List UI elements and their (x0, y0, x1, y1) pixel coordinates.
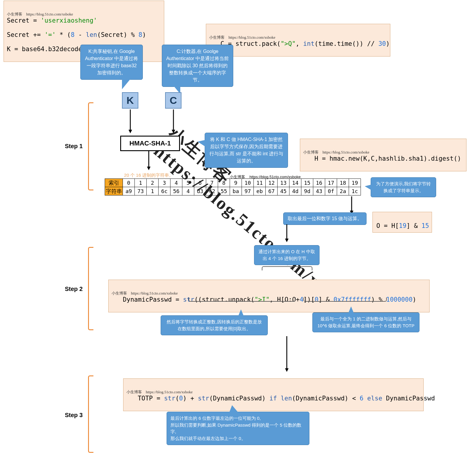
table-idx-cell: 0 (123, 179, 135, 187)
arrow-to-step3 (286, 336, 287, 372)
table-idx-cell: 5 (182, 179, 194, 187)
byte-table-wrap: 小生博客 https://blog.51cto.com/xsboke 索引012… (105, 178, 361, 195)
svg-marker-9 (285, 239, 289, 242)
table-idx-cell: 2 (147, 179, 159, 187)
table-str-cell: 73 (135, 187, 147, 195)
table-idx-cell: 3 (159, 179, 170, 187)
callout-hmac: 将 K 和 C 做 HMAC-SHA-1 加密然后以字节方式保存,因为后期需要进… (205, 133, 288, 168)
code-hmac-block: 小生博客 https://blog.51cto.com/xsboke H = h… (300, 139, 466, 171)
k-box: K (122, 92, 138, 109)
table-str-cell: 6c (159, 187, 170, 195)
callout-mod-tail (348, 306, 354, 314)
table-header-index: 索引 (105, 179, 123, 187)
arrow-c-hmac (173, 109, 174, 133)
table-str-cell: 67 (266, 187, 278, 195)
hmac-box: HMAC-SHA-1 (120, 136, 180, 151)
orange-note: 20 个 16 进制的字符串。 (113, 173, 184, 178)
table-idx-cell: 17 (325, 179, 337, 187)
table-idx-cell: 14 (289, 179, 301, 187)
table-idx-cell: 9 (230, 179, 242, 187)
callout-o-explain: 通过计算出来的 O 在 H 中取出 4 个 16 进制的字节。 (254, 245, 320, 265)
svg-marker-11 (285, 368, 289, 372)
arrow-k-hmac (130, 109, 131, 133)
table-str-cell: 1 (147, 187, 159, 195)
arrow-hmac-table (148, 151, 149, 170)
table-str-cell: 56 (170, 187, 182, 195)
code-totp-block: 小生博客 https://blog.51cto.com/xsboke TOTP … (123, 378, 424, 411)
arrow-lastbyte (351, 196, 352, 214)
step3-label: Step 3 (53, 412, 83, 419)
step1-bracket (88, 102, 93, 190)
table-str-cell: 0f (325, 187, 337, 195)
table-idx-cell: 7 (206, 179, 218, 187)
table-str-cell: 55 (218, 187, 230, 195)
callout-k: K:共享秘钥,在 Google Authenticator 中是通过将一段字符串… (80, 45, 143, 80)
table-str-cell: 97 (242, 187, 254, 195)
step3-bracket (88, 375, 93, 453)
table-idx-cell: 15 (301, 179, 313, 187)
table-str-cell: eb (254, 187, 266, 195)
table-idx-cell: 1 (135, 179, 147, 187)
table-idx-cell: 10 (242, 179, 254, 187)
table-str-cell: 9d (301, 187, 313, 195)
callout-conv-tail (238, 309, 244, 317)
table-str-cell: ba (230, 187, 242, 195)
brace-slice (262, 266, 312, 270)
callout-table: 为了方便演示,我们将字节转换成了字符串显示。 (371, 177, 436, 197)
table-idx-cell: 12 (266, 179, 278, 187)
table-str-cell: 45 (278, 187, 289, 195)
table-str-cell: 1c (349, 187, 361, 195)
step2-label: Step 2 (53, 286, 83, 292)
table-idx-cell: 6 (194, 179, 206, 187)
table-idx-cell: 11 (254, 179, 266, 187)
callout-final: 最后计算出的 6 位数字最左边的一位可能为 0, 所以我们需要判断,如果 Dyn… (167, 412, 309, 445)
svg-marker-3 (172, 130, 175, 133)
arrow-to-step2 (286, 224, 287, 242)
table-idx-cell: 13 (278, 179, 289, 187)
table-str-cell: 2a (337, 187, 349, 195)
table-idx-cell: 4 (170, 179, 182, 187)
svg-marker-1 (129, 130, 132, 133)
code-o-block: O = H[19] & 15 (372, 212, 432, 233)
callout-mod: 最后与一个全为 1 的二进制数做与运算,然后与 10^6 做取余运算,最终会得到… (312, 312, 419, 332)
callout-k-tail (122, 79, 130, 89)
callout-final-tail (229, 405, 239, 413)
svg-marker-5 (147, 167, 151, 170)
brace-conv (189, 298, 296, 302)
table-str-cell: d3 (194, 187, 206, 195)
callout-conv: 然后将字节转换成正整数,因转换后的正整数是放在数组里面的,所以需要使用[0]取出… (161, 315, 268, 335)
callout-hmac-tail (198, 140, 206, 147)
table-header-string: 字符串 (105, 187, 123, 195)
code-dynamicpasswd: 小生博客 https://blog.51cto.com/xsboke Dynam… (108, 280, 430, 312)
code-c-block: 小生博客 https://blog.51cto.com/xsboke C = s… (206, 24, 390, 57)
table-idx-cell: 19 (349, 179, 361, 187)
brace-mod (303, 298, 387, 302)
step1-label: Step 1 (53, 143, 83, 150)
callout-table-tail (365, 184, 372, 190)
table-idx-cell: 8 (218, 179, 230, 187)
step2-bracket (88, 247, 93, 330)
callout-lastbit: 取出最后一位和数字 15 做与运算。 (283, 212, 367, 225)
table-str-cell: a9 (123, 187, 135, 195)
table-str-cell: 4 (182, 187, 194, 195)
table-idx-cell: 16 (313, 179, 325, 187)
byte-table: 索引012345678910111213141516171819字符串a9731… (105, 178, 361, 195)
c-box: C (165, 92, 181, 109)
callout-c: C:计数器,在 Goolge Authenticator 中是通过将当前时间戳除… (162, 45, 233, 87)
table-str-cell: 4d (289, 187, 301, 195)
table-idx-cell: 18 (337, 179, 349, 187)
table-str-cell: 43 (313, 187, 325, 195)
table-str-cell: 42 (206, 187, 218, 195)
